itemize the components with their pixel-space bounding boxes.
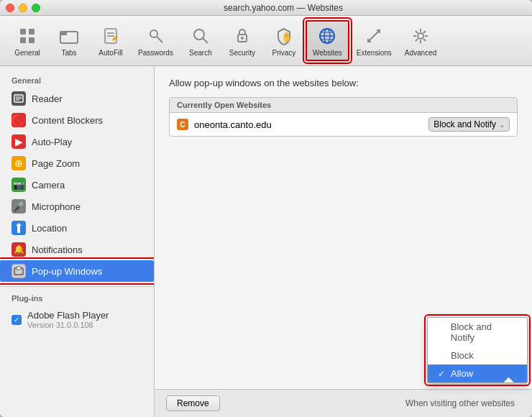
svg-point-11 — [194, 29, 204, 40]
camera-icon: 📷 — [12, 178, 26, 192]
plugin-flash-item: ✓ Adobe Flash Player Version 31.0.0.108 — [0, 306, 154, 334]
check-allow-icon: ✓ — [438, 369, 446, 379]
toolbar-extensions[interactable]: Extensions — [351, 22, 398, 60]
location-label: Location — [32, 223, 67, 234]
svg-rect-36 — [17, 267, 21, 270]
when-visiting-label: When visiting other websites — [405, 398, 515, 408]
content-blockers-icon: 🚫 — [12, 113, 26, 127]
svg-text:✋: ✋ — [281, 31, 293, 43]
camera-label: Camera — [32, 180, 65, 191]
titlebar: search.yahoo.com — Websites — [0, 0, 532, 16]
plugins-section-label: Plug-ins — [0, 291, 154, 306]
sidebar-item-page-zoom[interactable]: ⊕ Page Zoom — [0, 152, 154, 174]
window-title: search.yahoo.com — Websites — [40, 3, 526, 13]
sidebar: General Reader 🚫 Content Blockers ▶ Auto… — [0, 66, 155, 417]
chevron-down-icon: ⌄ — [499, 121, 505, 129]
content-title: Allow pop-up windows on the websites bel… — [169, 78, 518, 88]
flash-version: Version 31.0.0.108 — [27, 321, 109, 329]
location-icon — [12, 221, 26, 235]
close-button[interactable] — [6, 4, 14, 12]
microphone-icon: 🎤 — [12, 199, 26, 214]
general-section-label: General — [0, 73, 154, 88]
site-name: oneonta.canto.edu — [194, 119, 428, 130]
popup-label: Pop-up Windows — [32, 266, 102, 277]
svg-rect-3 — [29, 37, 35, 43]
site-control-dropdown[interactable]: Block and Notify ⌄ — [428, 117, 510, 132]
traffic-lights — [6, 4, 40, 12]
websites-icon — [316, 24, 339, 47]
toolbar: General Tabs AutoFill Passwords Search — [0, 16, 532, 66]
notifications-label: Notifications — [32, 244, 83, 255]
toolbar-search[interactable]: Search — [180, 22, 221, 60]
svg-point-21 — [320, 29, 334, 43]
general-icon — [16, 24, 39, 47]
sidebar-item-location[interactable]: Location — [0, 217, 154, 239]
toolbar-websites[interactable]: Websites — [306, 20, 349, 61]
privacy-label: Privacy — [272, 49, 296, 57]
reader-icon — [12, 91, 26, 106]
sidebar-item-auto-play[interactable]: ▶ Auto-Play — [0, 131, 154, 152]
dropdown-item-block-and-notify[interactable]: Block and Notify — [428, 318, 527, 347]
flash-info: Adobe Flash Player Version 31.0.0.108 — [27, 310, 109, 329]
reader-label: Reader — [32, 93, 63, 104]
autofill-label: AutoFill — [98, 49, 122, 57]
svg-line-10 — [157, 37, 162, 42]
site-icon: C — [177, 119, 188, 130]
sidebar-item-popup-windows[interactable]: Pop-up Windows — [0, 260, 154, 282]
notifications-icon: 🔔 — [12, 242, 26, 257]
flash-name: Adobe Flash Player — [27, 310, 109, 321]
sidebar-item-reader[interactable]: Reader — [0, 88, 154, 109]
advanced-icon — [409, 24, 432, 47]
autoplay-icon: ▶ — [12, 134, 26, 149]
sidebar-item-content-blockers[interactable]: 🚫 Content Blockers — [0, 109, 154, 131]
websites-table: Currently Open Websites C oneonta.canto.… — [169, 97, 518, 137]
content-area: Allow pop-up windows on the websites bel… — [155, 66, 532, 417]
sidebar-item-notifications[interactable]: 🔔 Notifications — [0, 239, 154, 260]
autoplay-label: Auto-Play — [32, 137, 72, 147]
svg-line-28 — [423, 39, 426, 41]
advanced-label: Advanced — [405, 49, 436, 57]
remove-button[interactable]: Remove — [166, 395, 220, 411]
toolbar-passwords[interactable]: Passwords — [132, 22, 179, 60]
toolbar-autofill[interactable]: AutoFill — [91, 22, 131, 60]
tabs-label: Tabs — [61, 49, 76, 57]
toolbar-tabs[interactable]: Tabs — [49, 22, 89, 60]
svg-rect-2 — [20, 37, 26, 43]
search-icon — [189, 24, 212, 47]
pagezoom-icon: ⊕ — [12, 156, 26, 170]
flash-checkbox[interactable]: ✓ — [12, 315, 22, 325]
general-label: General — [14, 49, 40, 57]
passwords-icon — [144, 24, 167, 47]
dropdown-item-allow[interactable]: ✓ Allow — [428, 365, 527, 382]
minimize-button[interactable] — [19, 4, 27, 12]
sidebar-item-camera[interactable]: 📷 Camera — [0, 174, 154, 196]
main-body: General Reader 🚫 Content Blockers ▶ Auto… — [0, 66, 532, 417]
toolbar-general[interactable]: General — [7, 22, 47, 60]
websites-label: Websites — [313, 49, 342, 57]
site-control-label: Block and Notify — [434, 119, 496, 129]
svg-point-14 — [241, 37, 244, 40]
extensions-icon — [362, 24, 385, 47]
dropdown-label-block: Block — [451, 350, 474, 361]
table-header: Currently Open Websites — [170, 98, 517, 113]
svg-rect-1 — [29, 29, 35, 35]
bottom-right: When visiting other websites Block and N… — [405, 398, 520, 408]
table-row: C oneonta.canto.edu Block and Notify ⌄ — [170, 113, 517, 136]
sidebar-item-microphone[interactable]: 🎤 Microphone — [0, 196, 154, 217]
extensions-label: Extensions — [357, 49, 392, 57]
toolbar-security[interactable]: Security — [222, 22, 262, 60]
maximize-button[interactable] — [32, 4, 40, 12]
bottom-bar: Remove When visiting other websites Bloc… — [155, 389, 532, 417]
safari-preferences-window: search.yahoo.com — Websites General Tabs… — [0, 0, 532, 417]
content-blockers-label: Content Blockers — [32, 115, 103, 126]
search-label: Search — [189, 49, 212, 57]
toolbar-advanced[interactable]: Advanced — [399, 22, 442, 60]
dropdown-menu: Block and Notify Block ✓ Allow — [427, 317, 528, 383]
svg-point-9 — [150, 30, 157, 37]
sidebar-divider — [0, 286, 154, 287]
svg-line-12 — [203, 38, 208, 43]
dropdown-item-block[interactable]: Block — [428, 347, 527, 365]
toolbar-privacy[interactable]: ✋ Privacy — [264, 22, 304, 60]
security-icon — [231, 24, 254, 47]
autofill-icon — [99, 24, 122, 47]
